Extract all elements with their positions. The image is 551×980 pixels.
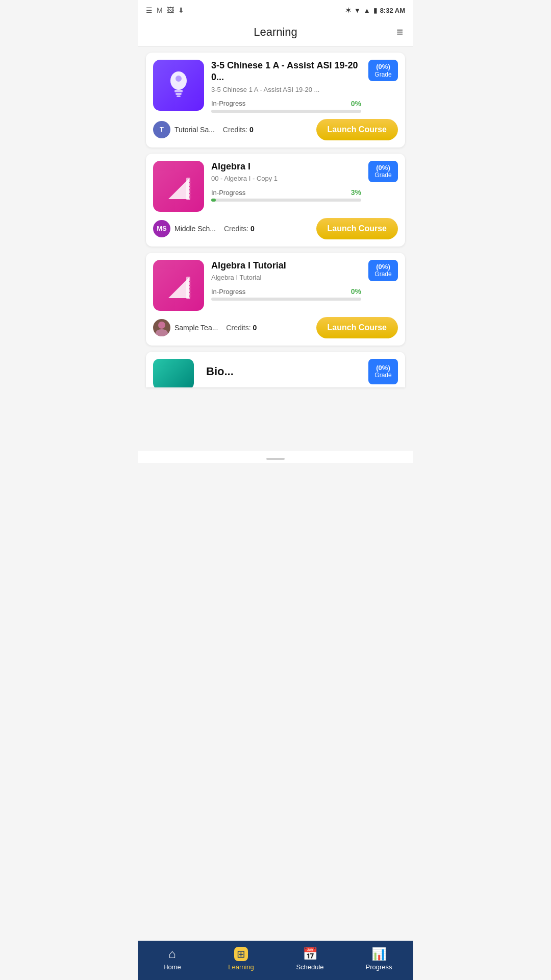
course-subtitle-2: 00 - Algebra I - Copy 1 (211, 175, 361, 182)
grade-badge-1: (0%) Grade (368, 60, 398, 81)
progress-status-3: In-Progress (211, 288, 245, 296)
teacher-avatar-3 (153, 319, 170, 336)
status-icons-left: ☰ M 🖼 ⬇ (146, 6, 184, 14)
course-thumbnail-2 (153, 161, 204, 212)
progress-bar-bg-1 (211, 110, 361, 113)
teacher-avatar-2: MS (153, 220, 170, 237)
teacher-info-2: MS Middle Sch... Credits: 0 (153, 220, 255, 237)
svg-point-20 (156, 329, 168, 336)
course-list: 3-5 Chinese 1 A - Assist ASI 19-20 0... … (138, 46, 413, 451)
progress-pct-3: 0% (351, 287, 361, 296)
course-subtitle-1: 3-5 Chinese 1 A - Assist ASI 19-20 ... (211, 86, 361, 93)
time-display: 8:32 AM (380, 7, 405, 14)
status-right: ✶ ▼ ▲ ▮ 8:32 AM (345, 7, 405, 14)
course-subtitle-3: Algebra I Tutorial (211, 274, 361, 281)
card-top-1: 3-5 Chinese 1 A - Assist ASI 19-20 0... … (153, 60, 398, 113)
grade-badge-3: (0%) Grade (368, 260, 398, 281)
status-bar: ☰ M 🖼 ⬇ ✶ ▼ ▲ ▮ 8:32 AM (138, 0, 413, 18)
course-info-3: Algebra I Tutorial Algebra I Tutorial In… (211, 260, 361, 301)
course-card-3: Algebra I Tutorial Algebra I Tutorial In… (146, 253, 405, 346)
course-thumbnail-1 (153, 60, 204, 111)
download-status-icon: ⬇ (178, 6, 184, 14)
launch-button-1[interactable]: Launch Course (316, 119, 398, 140)
teacher-name-1: Tutorial Sa... (174, 126, 215, 134)
grade-badge-partial: (0%) Grade (368, 359, 398, 384)
progress-status-1: In-Progress (211, 100, 245, 107)
card-top-3: Algebra I Tutorial Algebra I Tutorial In… (153, 260, 398, 311)
progress-pct-1: 0% (351, 100, 361, 108)
course-thumbnail-3 (153, 260, 204, 311)
course-info-2: Algebra I 00 - Algebra I - Copy 1 In-Pro… (211, 161, 361, 202)
progress-section-2: In-Progress 3% (211, 188, 361, 202)
course-card-1: 3-5 Chinese 1 A - Assist ASI 19-20 0... … (146, 53, 405, 148)
course-card-partial: Bio... (0%) Grade (146, 352, 405, 387)
course-info-1: 3-5 Chinese 1 A - Assist ASI 19-20 0... … (211, 60, 361, 113)
wifi-icon: ▼ (354, 7, 361, 14)
progress-row-2: In-Progress 3% (211, 188, 361, 197)
progress-bar-bg-2 (211, 199, 361, 202)
svg-point-19 (158, 322, 165, 329)
card-bottom-2: MS Middle Sch... Credits: 0 Launch Cours… (153, 218, 398, 239)
scroll-indicator (138, 451, 413, 463)
filter-icon[interactable]: ≡ (396, 26, 403, 39)
progress-pct-2: 3% (351, 188, 361, 197)
progress-row-3: In-Progress 0% (211, 287, 361, 296)
teacher-avatar-1: T (153, 121, 170, 138)
card-bottom-1: T Tutorial Sa... Credits: 0 Launch Cours… (153, 119, 398, 140)
card-bottom-3: Sample Tea... Credits: 0 Launch Course (153, 317, 398, 338)
course-title-1: 3-5 Chinese 1 A - Assist ASI 19-20 0... (211, 60, 361, 84)
teacher-info-1: T Tutorial Sa... Credits: 0 (153, 121, 254, 138)
svg-point-4 (176, 76, 182, 82)
teacher-info-3: Sample Tea... Credits: 0 (153, 319, 257, 336)
card-top-2: Algebra I 00 - Algebra I - Copy 1 In-Pro… (153, 161, 398, 212)
progress-bar-bg-3 (211, 298, 361, 301)
partial-title: Bio... (206, 365, 234, 378)
launch-button-2[interactable]: Launch Course (316, 218, 398, 239)
image-status-icon: 🖼 (167, 6, 174, 14)
page-header: Learning ≡ (138, 18, 413, 46)
grade-badge-2: (0%) Grade (368, 161, 398, 182)
progress-bar-fill-2 (211, 199, 216, 202)
battery-icon: ▮ (373, 7, 377, 14)
teacher-name-3: Sample Tea... (174, 324, 218, 332)
credits-1: Credits: 0 (223, 126, 254, 134)
page-title: Learning (254, 26, 297, 39)
scroll-bar (266, 458, 285, 460)
launch-button-3[interactable]: Launch Course (316, 317, 398, 338)
bluetooth-icon: ✶ (345, 7, 351, 14)
progress-section-3: In-Progress 0% (211, 287, 361, 301)
gmail-status-icon: M (157, 6, 163, 14)
credits-2: Credits: 0 (224, 225, 255, 233)
credits-3: Credits: 0 (226, 324, 257, 332)
course-card-2: Algebra I 00 - Algebra I - Copy 1 In-Pro… (146, 154, 405, 247)
bottom-spacer (146, 394, 405, 445)
svg-rect-2 (176, 93, 182, 95)
menu-status-icon: ☰ (146, 6, 153, 14)
svg-rect-3 (177, 95, 181, 97)
card-top-partial: Bio... (0%) Grade (153, 359, 398, 387)
course-thumbnail-partial (153, 359, 194, 387)
progress-status-2: In-Progress (211, 189, 245, 197)
svg-marker-5 (168, 179, 189, 199)
signal-icon: ▲ (364, 7, 370, 14)
progress-row-1: In-Progress 0% (211, 100, 361, 108)
svg-rect-1 (174, 90, 183, 92)
course-title-3: Algebra I Tutorial (211, 260, 361, 272)
course-title-2: Algebra I (211, 161, 361, 173)
svg-marker-12 (168, 278, 189, 298)
progress-section-1: In-Progress 0% (211, 100, 361, 113)
teacher-name-2: Middle Sch... (174, 225, 216, 233)
